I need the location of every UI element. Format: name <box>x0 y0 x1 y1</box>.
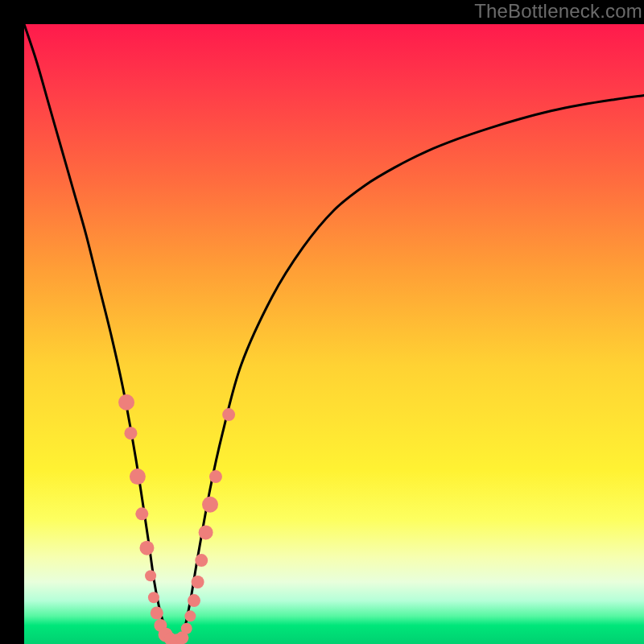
chart-container: TheBottleneck.com <box>0 0 644 644</box>
data-marker <box>124 427 137 440</box>
data-marker <box>184 610 196 621</box>
data-marker <box>199 525 213 539</box>
data-marker <box>118 394 134 411</box>
data-marker <box>181 623 192 634</box>
data-marker <box>188 594 200 607</box>
data-marker <box>130 469 146 485</box>
data-markers <box>118 394 235 644</box>
data-marker <box>209 470 222 483</box>
data-marker <box>202 497 218 513</box>
chart-svg <box>24 24 644 644</box>
data-marker <box>222 408 235 421</box>
plot-area <box>24 24 644 644</box>
data-marker <box>145 570 156 581</box>
data-marker <box>195 554 208 567</box>
data-marker <box>148 592 159 603</box>
bottleneck-curve <box>24 24 644 644</box>
watermark-text: TheBottleneck.com <box>474 0 642 23</box>
data-marker <box>139 541 154 555</box>
curve-path <box>24 24 644 644</box>
data-marker <box>192 576 204 588</box>
data-marker <box>151 607 163 620</box>
data-marker <box>135 507 148 520</box>
